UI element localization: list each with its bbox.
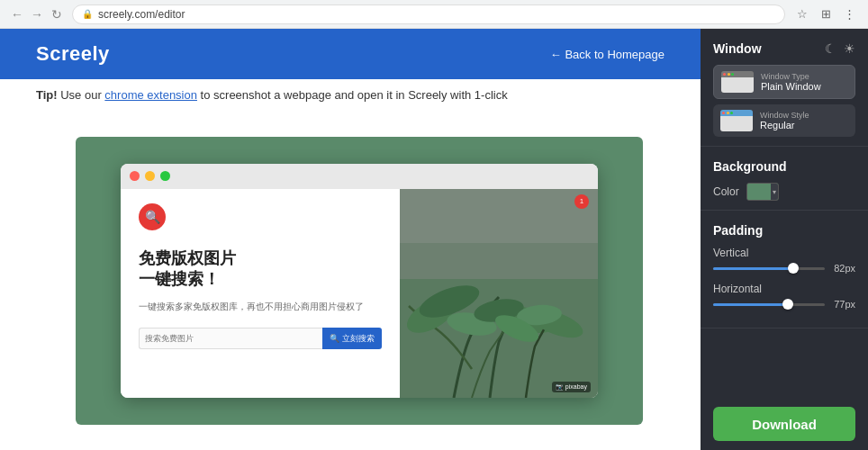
option-content-regular <box>720 116 753 131</box>
option-dot-red <box>723 73 726 76</box>
window-section-label: Window <box>713 41 762 56</box>
address-bar[interactable]: 🔒 screely.com/editor <box>72 4 785 24</box>
lock-icon: 🔒 <box>82 9 93 19</box>
browser-chrome: ← → ↻ 🔒 screely.com/editor ☆ ⊞ ⋮ <box>0 0 868 29</box>
horizontal-slider-row: 77px <box>713 299 855 310</box>
tip-text: Use our <box>60 88 104 102</box>
download-button[interactable]: Download <box>713 407 855 441</box>
horizontal-slider-fill <box>713 303 788 306</box>
window-subtitle-cn: 一键搜索多家免版权图库，再也不用担心商用图片侵权了 <box>139 301 382 313</box>
window-type-label: Window Type <box>761 72 821 81</box>
vertical-padding-row: Vertical 82px <box>713 247 855 274</box>
background-section: Background Color ▾ <box>701 147 868 211</box>
horizontal-slider-track <box>713 303 825 306</box>
url-text: screely.com/editor <box>98 8 185 21</box>
mock-screenshot: 🔍 免费版权图片一键搜索！ 一键搜索多家免版权图库，再也不用担心商用图片侵权了 … <box>76 137 643 425</box>
window-name-plain: Plain Window <box>761 81 821 92</box>
search-circle-icon: 🔍 <box>139 203 166 230</box>
chrome-extension-link[interactable]: chrome extension <box>104 88 197 102</box>
vertical-value: 82px <box>830 263 855 274</box>
horizontal-slider-thumb[interactable] <box>782 299 793 310</box>
option-dot-yellow-2 <box>727 112 729 114</box>
option-dot-green <box>731 73 734 76</box>
window-type-preview-plain <box>721 71 754 93</box>
tip-label: Tip! <box>36 88 58 102</box>
option-dot-green-2 <box>730 112 733 114</box>
sun-icon[interactable]: ☀ <box>844 41 855 56</box>
minimize-dot <box>145 171 155 181</box>
window-type-plain[interactable]: Window Type Plain Window <box>713 65 855 99</box>
vertical-slider-track <box>713 267 825 270</box>
window-name-regular: Regular <box>760 120 809 130</box>
window-left: 🔍 免费版权图片一键搜索！ 一键搜索多家免版权图库，再也不用担心商用图片侵权了 … <box>121 189 400 398</box>
window-option-info-plain: Window Type Plain Window <box>761 72 821 92</box>
window-style-preview-regular <box>720 110 753 131</box>
color-dropdown-arrow: ▾ <box>771 184 778 200</box>
background-section-title: Background <box>713 159 855 174</box>
sidebar: Window ☾ ☀ <box>701 29 868 450</box>
window-style-regular[interactable]: Window Style Regular <box>713 104 855 137</box>
plant-image: 1 📷 pixabay <box>400 189 598 398</box>
tip-suffix: to screenshot a webpage and open it in S… <box>201 88 508 102</box>
padding-section-title: Padding <box>713 223 855 238</box>
padding-section: Padding Vertical 82px Horizontal <box>701 211 868 328</box>
horizontal-label: Horizontal <box>713 283 855 295</box>
vertical-slider-fill <box>713 267 793 270</box>
padding-label: Padding <box>713 223 763 238</box>
screely-header: Screely ← Back to Homepage <box>0 29 701 79</box>
pixabay-badge: 📷 pixabay <box>552 382 591 392</box>
close-dot <box>130 171 140 181</box>
horizontal-padding-row: Horizontal 77px <box>713 283 855 310</box>
forward-button[interactable]: → <box>29 6 45 22</box>
search-bar-mockup: 🔍 立刻搜索 <box>139 328 382 349</box>
color-label: Color <box>713 185 739 198</box>
search-input-mockup[interactable] <box>139 328 322 349</box>
window-content: 🔍 免费版权图片一键搜索！ 一键搜索多家免版权图库，再也不用担心商用图片侵权了 … <box>121 189 598 398</box>
menu-button[interactable]: ⋮ <box>839 4 859 24</box>
canvas-area: 🔍 免费版权图片一键搜索！ 一键搜索多家免版权图库，再也不用担心商用图片侵权了 … <box>0 111 701 450</box>
color-swatch[interactable]: ▾ <box>746 183 779 201</box>
reload-button[interactable]: ↻ <box>49 6 65 22</box>
window-type-options: Window Type Plain Window <box>713 65 855 137</box>
option-dot-yellow <box>728 73 730 76</box>
back-button[interactable]: ← <box>9 6 25 22</box>
tip-bar: Tip! Use our chrome extension to screens… <box>0 79 701 111</box>
horizontal-value: 77px <box>830 299 855 310</box>
svg-rect-10 <box>400 189 598 243</box>
window-section: Window ☾ ☀ <box>701 29 868 147</box>
window-section-title: Window ☾ ☀ <box>713 41 855 56</box>
star-button[interactable]: ☆ <box>792 4 812 24</box>
screely-logo: Screely <box>36 42 110 66</box>
vertical-slider-row: 82px <box>713 263 855 274</box>
browser-action-buttons: ☆ ⊞ ⋮ <box>792 4 859 24</box>
option-content-plain <box>721 77 754 93</box>
color-row: Color ▾ <box>713 183 855 201</box>
maximize-dot <box>160 171 170 181</box>
extension-button[interactable]: ⊞ <box>816 4 836 24</box>
option-dot-red-2 <box>722 112 725 114</box>
window-titlebar <box>121 164 598 189</box>
notification-badge: 1 <box>574 194 589 209</box>
download-section: Download <box>701 398 868 450</box>
window-style-label: Window Style <box>760 111 809 120</box>
window-option-info-regular: Window Style Regular <box>760 111 809 130</box>
window-right: 1 📷 pixabay <box>400 189 598 398</box>
back-to-homepage-link[interactable]: ← Back to Homepage <box>550 48 665 61</box>
search-button-mockup[interactable]: 🔍 立刻搜索 <box>322 328 382 349</box>
main-layout: Screely ← Back to Homepage Tip! Use our … <box>0 29 868 450</box>
nav-buttons: ← → ↻ <box>9 6 65 22</box>
vertical-label: Vertical <box>713 247 855 259</box>
content-area: Screely ← Back to Homepage Tip! Use our … <box>0 29 701 450</box>
vertical-slider-thumb[interactable] <box>788 263 799 274</box>
window-section-icons: ☾ ☀ <box>825 41 855 56</box>
window-title-cn: 免费版权图片一键搜索！ <box>139 248 382 291</box>
moon-icon[interactable]: ☾ <box>825 41 836 56</box>
window-mockup: 🔍 免费版权图片一键搜索！ 一键搜索多家免版权图库，再也不用担心商用图片侵权了 … <box>121 164 598 398</box>
background-label: Background <box>713 159 787 174</box>
plant-illustration <box>400 189 598 398</box>
color-swatch-fill <box>747 184 771 200</box>
